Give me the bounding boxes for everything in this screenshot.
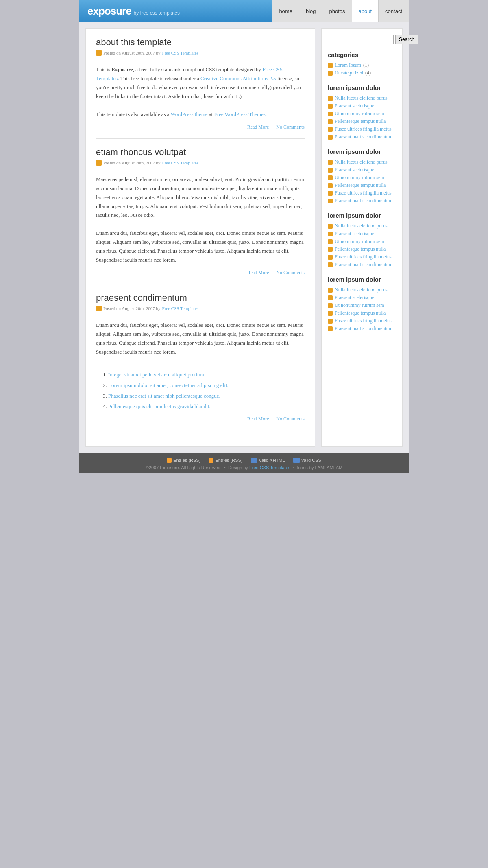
bullet-icon [328,160,333,165]
footer: Entries (RSS) Entries (RSS) Valid XHTML … [79,453,409,473]
category-item-2: Uncategorized (4) [328,70,396,76]
sidebar-section-2-list: Nulla luctus eleifend purus Praesent sce… [328,159,396,204]
sidebar-link[interactable]: Praesent scelerisque [335,295,374,301]
sidebar-section-4-title: lorem ipsum dolor [328,276,396,283]
sidebar-link[interactable]: Ut nonummy rutrum sem [335,175,384,181]
sidebar-section-4: lorem ipsum dolor Nulla luctus eleifend … [328,276,396,332]
post-1-no-comments[interactable]: No Comments [276,124,305,130]
link-cc[interactable]: Creative Commons Attributions 2.5 [200,75,276,81]
sidebar-link[interactable]: Nulla luctus eleifend purus [335,95,388,101]
category-link-1[interactable]: Lorem Ipsum [335,62,361,68]
post-1-footer: Read More No Comments [96,124,305,130]
footer-link-entries-rss-1[interactable]: Entries (RSS) [167,458,200,463]
search-input[interactable] [328,35,394,44]
list-item: Praesent scelerisque [328,295,396,301]
sidebar-section-1-list: Nulla luctus eleifend purus Praesent sce… [328,95,396,140]
link-free-wp[interactable]: Free WordPress Themes [214,111,265,117]
content-wrap: about this template Posted on August 20t… [79,22,409,453]
link-wp-theme[interactable]: WordPress theme [171,111,208,117]
category-icon-1 [328,63,333,68]
copyright-text: ©2007 Exposure. All Rights Reserved. [146,465,222,470]
post-3-body: Etiam arcu dui, faucibus eget, placerat … [96,321,305,411]
list-link-3[interactable]: Phasellus nec erat sit amet nibh pellent… [108,393,220,399]
list-item-4: Pellentesque quis elit non lectus gravid… [108,402,305,411]
sidebar-link[interactable]: Praesent scelerisque [335,103,374,109]
sidebar-link[interactable]: Fusce ultrices fringilla metus [335,190,392,196]
icons-text: Icons by FAMFAMFAM [297,465,342,470]
footer-link-valid-xhtml[interactable]: Valid XHTML [251,458,285,463]
sidebar-section-1-title: lorem ipsum dolor [328,84,396,91]
footer-design-link[interactable]: Free CSS Templates [249,465,290,470]
sidebar-link[interactable]: Nulla luctus eleifend purus [335,159,388,165]
list-link-4[interactable]: Pellentesque quis elit non lectus gravid… [108,403,211,409]
sidebar-link[interactable]: Fusce ultrices fringilla metus [335,318,392,324]
sidebar-link[interactable]: Pellentesque tempus nulla [335,182,386,188]
sidebar-link[interactable]: Ut nonummy rutrum sem [335,238,384,245]
list-item: Praesent mattis condimentum [328,198,396,204]
post-3-no-comments[interactable]: No Comments [276,416,305,422]
category-link-2[interactable]: Uncategorized [335,70,363,76]
sidebar-section-2-title: lorem ipsum dolor [328,148,396,155]
bullet-icon [328,295,333,300]
list-link-2[interactable]: Lorem ipsum dolor sit amet, consectetuer… [108,382,229,388]
bullet-icon [328,183,333,188]
sidebar-link[interactable]: Pellentesque tempus nulla [335,246,386,252]
sidebar-link[interactable]: Praesent mattis condimentum [335,134,392,140]
post-1-author[interactable]: Free CSS Templates [162,50,198,55]
sidebar-link[interactable]: Pellentesque tempus nulla [335,310,386,316]
post-2-no-comments[interactable]: No Comments [276,270,305,275]
sidebar-link[interactable]: Nulla luctus eleifend purus [335,287,388,293]
post-3-meta-icon [96,306,102,311]
bullet-icon [328,175,333,180]
valid-xhtml-icon [251,458,257,463]
list-item: Fusce ultrices fringilla metus [328,254,396,260]
sidebar-section-1: lorem ipsum dolor Nulla luctus eleifend … [328,84,396,140]
search-button[interactable]: Search [395,35,418,44]
sidebar-section-3-list: Nulla luctus eleifend purus Praesent sce… [328,223,396,268]
list-item: Pellentesque tempus nulla [328,246,396,252]
sidebar-link[interactable]: Fusce ultrices fringilla metus [335,254,392,260]
post-1-read-more[interactable]: Read More [247,124,269,130]
nav-blog[interactable]: blog [299,0,322,22]
sidebar-link[interactable]: Praesent scelerisque [335,167,374,173]
sidebar-link[interactable]: Nulla luctus eleifend purus [335,223,388,229]
sidebar-link[interactable]: Pellentesque tempus nulla [335,118,386,125]
nav-contact[interactable]: contact [378,0,409,22]
post-2-meta-text: Posted on August 20th, 2007 by [103,160,161,165]
nav-home[interactable]: home [272,0,299,22]
bullet-icon [328,135,333,140]
sidebar-link[interactable]: Fusce ultrices fringilla metus [335,126,392,132]
list-item: Fusce ultrices fringilla metus [328,190,396,196]
sidebar-link[interactable]: Ut nonummy rutrum sem [335,111,384,117]
rss-icon-1 [167,458,172,463]
footer-link-valid-css[interactable]: Valid CSS [293,458,321,463]
post-3-title: praesent condimentum [96,293,305,303]
logo-name: exposure [87,5,131,17]
sidebar-section-2: lorem ipsum dolor Nulla luctus eleifend … [328,148,396,204]
logo-tagline: by free css templates [134,10,180,16]
post-2-body-1: Maecenas pede nisl, elementum eu, ornare… [96,175,305,220]
post-2-author[interactable]: Free CSS Templates [162,160,198,165]
list-item: Ut nonummy rutrum sem [328,111,396,117]
sidebar-link[interactable]: Ut nonummy rutrum sem [335,302,384,308]
post-1-meta-icon [96,50,102,56]
list-item: Pellentesque tempus nulla [328,310,396,316]
nav-about[interactable]: about [352,0,379,22]
nav-photos[interactable]: photos [322,0,351,22]
list-link-1[interactable]: Integer sit amet pede vel arcu aliquet p… [108,372,205,378]
list-item: Praesent scelerisque [328,231,396,237]
sidebar-link[interactable]: Praesent mattis condimentum [335,198,392,204]
logo: exposure by free css templates [79,5,180,17]
sidebar-link[interactable]: Praesent mattis condimentum [335,326,392,332]
post-3-author[interactable]: Free CSS Templates [162,306,198,311]
post-2-body: Maecenas pede nisl, elementum eu, ornare… [96,175,305,265]
categories-section: categories Lorem Ipsum (1) Uncategorized… [328,51,396,76]
sidebar-link[interactable]: Praesent mattis condimentum [335,262,392,268]
sidebar-link[interactable]: Praesent scelerisque [335,231,374,237]
post-3-read-more[interactable]: Read More [247,416,269,422]
post-1: about this template Posted on August 20t… [96,37,305,139]
post-2-read-more[interactable]: Read More [247,270,269,275]
footer-link-entries-rss-2[interactable]: Entries (RSS) [209,458,242,463]
post-2-meta-icon [96,160,102,166]
bullet-icon [328,311,333,316]
